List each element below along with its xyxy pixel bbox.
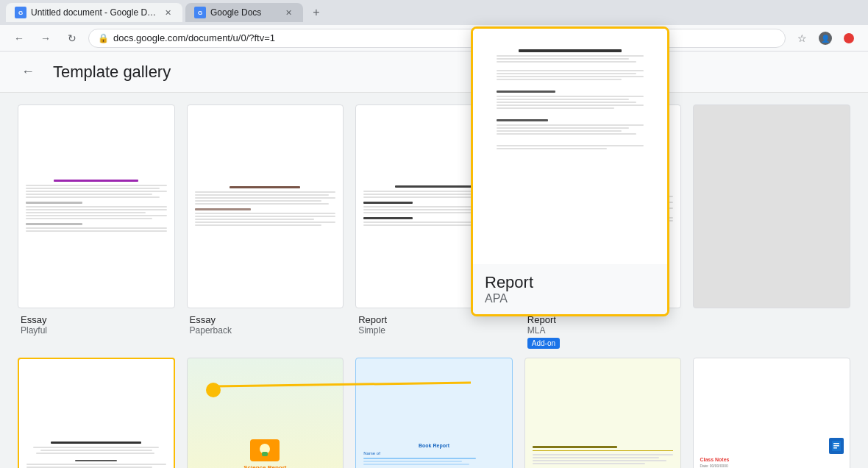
template-sub-report-simple: Simple <box>358 325 510 336</box>
extension-button[interactable] <box>839 28 859 49</box>
expanded-template-name: Report <box>485 273 655 292</box>
template-thumb-report-playful: Science Report <box>187 358 344 468</box>
page-title: Template gallery <box>53 63 171 82</box>
svg-rect-11 <box>833 445 839 447</box>
back-button[interactable]: ← <box>15 59 41 85</box>
svg-rect-12 <box>833 447 837 449</box>
expanded-template-card[interactable]: Report APA <box>471 26 669 316</box>
url-bar[interactable]: 🔒 docs.google.com/document/u/0/?ftv=1 <box>88 29 786 48</box>
template-empty-1 <box>693 104 850 352</box>
tab-1[interactable]: G Untitled document - Google Doc... ✕ <box>6 3 182 22</box>
bookmark-button[interactable]: ☆ <box>791 28 812 49</box>
template-row-2: Report APA Science Report <box>18 358 850 468</box>
template-class-notes-luxe[interactable]: ✕ Class notes Luxe <box>524 358 682 468</box>
template-row-1: Essay Playful <box>18 104 850 352</box>
tab-1-icon: G <box>15 7 26 18</box>
template-sub-essay-paperback: Paperback <box>190 325 341 336</box>
tab-1-close[interactable]: ✕ <box>162 7 174 18</box>
template-name-essay-paperback: Essay <box>190 314 341 325</box>
template-info-essay-playful: Essay Playful <box>18 308 175 338</box>
tab-2-close[interactable]: ✕ <box>282 7 294 18</box>
yellow-dot-indicator <box>206 383 221 397</box>
svg-text:G: G <box>18 10 23 16</box>
svg-rect-10 <box>833 443 839 444</box>
content-area: Essay Playful <box>0 93 868 468</box>
tab-2-label: Google Docs <box>210 7 278 18</box>
addon-badge: Add-on <box>527 338 560 349</box>
template-book-report[interactable]: Book Report Name of Your Name 00/00/0000… <box>355 358 513 468</box>
template-report-playful[interactable]: Science Report Report Playful <box>187 358 344 468</box>
app-header: ← Template gallery <box>0 52 868 93</box>
template-name-essay-playful: Essay <box>21 314 172 325</box>
template-thumb-class-notes-playful: Class Notes Date: 00/00/0000 <box>693 358 850 468</box>
template-sub-essay-playful: Playful <box>21 325 172 336</box>
svg-point-6 <box>844 33 854 43</box>
template-sub-report-mla: MLA <box>527 325 679 336</box>
template-thumb-essay-playful <box>18 104 175 308</box>
expanded-template-sub: APA <box>485 292 655 305</box>
tab-2[interactable]: G Google Docs ✕ <box>185 3 303 22</box>
refresh-button[interactable]: ↻ <box>62 28 82 49</box>
template-thumb-essay-paperback <box>187 104 344 308</box>
template-thumb-empty-1 <box>693 104 850 308</box>
svg-text:👤: 👤 <box>821 34 830 43</box>
browser-tab-bar: G Untitled document - Google Doc... ✕ G … <box>0 0 868 25</box>
template-thumb-book-report: Book Report Name of Your Name 00/00/0000 <box>355 358 513 468</box>
url-text: docs.google.com/document/u/0/?ftv=1 <box>113 32 275 43</box>
template-essay-playful[interactable]: Essay Playful <box>18 104 175 352</box>
tab-2-icon: G <box>194 7 206 18</box>
lock-icon: 🔒 <box>98 33 109 43</box>
template-thumb-report-apa <box>18 358 175 468</box>
back-nav-button[interactable]: ← <box>9 28 29 49</box>
template-essay-paperback[interactable]: Essay Paperback <box>187 104 344 352</box>
forward-nav-button[interactable]: → <box>35 28 56 49</box>
template-thumb-class-notes-luxe: ✕ <box>524 358 682 468</box>
template-report-apa[interactable]: Report APA <box>18 358 175 468</box>
template-class-notes-playful[interactable]: Class Notes Date: 00/00/0000 Class notes… <box>693 358 850 468</box>
template-info-essay-paperback: Essay Paperback <box>187 308 344 338</box>
expanded-info: Report APA <box>473 264 667 314</box>
tab-1-label: Untitled document - Google Doc... <box>31 7 157 18</box>
svg-rect-8 <box>262 452 268 456</box>
profile-button[interactable]: 👤 <box>815 28 836 49</box>
svg-text:G: G <box>198 10 202 16</box>
expanded-thumb <box>473 29 667 264</box>
browser-actions: ☆ 👤 <box>791 28 859 49</box>
new-tab-button[interactable]: + <box>306 2 327 23</box>
address-bar: ← → ↻ 🔒 docs.google.com/document/u/0/?ft… <box>0 25 868 52</box>
